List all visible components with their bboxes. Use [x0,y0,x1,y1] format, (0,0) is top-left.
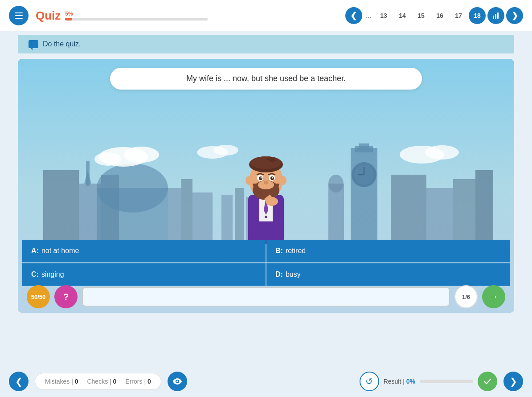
svg-point-52 [261,177,262,179]
menu-button[interactable] [9,6,29,25]
progress-bar [65,18,208,20]
nav-page-16[interactable]: 16 [431,7,448,24]
answer-c-label: C: [31,270,39,278]
svg-point-57 [246,176,253,185]
eye-icon [173,378,182,385]
svg-rect-3 [351,148,377,241]
mistakes-value: 0 [75,378,78,385]
sentence-bubble: My wife is ... now, but she used be a te… [110,68,422,90]
check-button[interactable] [478,372,497,391]
refresh-button[interactable]: ↺ [360,372,379,391]
answer-b-text: retired [286,247,306,254]
svg-line-56 [266,197,272,201]
svg-point-40 [265,216,267,218]
errors-value: 0 [147,378,151,385]
result-progress-bar [420,380,473,383]
svg-point-54 [264,181,268,184]
chat-icon [29,40,38,48]
quiz-container: My wife is ... now, but she used be a te… [18,59,514,313]
progress-area: 5% [65,11,208,20]
bottom-next-button[interactable]: ❯ [503,372,523,391]
lifeline-hint-button[interactable]: ? [54,285,78,308]
page-title: Quiz [36,9,61,23]
svg-rect-23 [475,170,493,241]
svg-rect-20 [391,175,426,241]
bottom-prev-button[interactable]: ❮ [9,372,29,391]
svg-rect-17 [192,192,213,241]
svg-rect-21 [426,188,453,241]
lifeline-5050-button[interactable]: 50/50 [27,285,50,308]
nav-page-14[interactable]: 14 [394,7,411,24]
answer-b-label: B: [275,247,283,254]
next-question-button[interactable]: → [482,285,505,308]
answer-c-text: singing [41,270,64,278]
svg-point-32 [94,152,121,166]
answer-d-label: D: [275,270,283,278]
checks-stat: Checks | 0 [87,378,116,385]
nav-area: ❮ ... 13 14 15 16 17 18 ❯ [345,7,523,24]
svg-rect-10 [43,170,79,241]
progress-percent: 5% [65,11,73,17]
checkmark-icon [483,378,491,385]
svg-point-45 [250,156,282,169]
next-arrow-icon: → [489,291,499,303]
answer-input[interactable] [82,287,450,307]
svg-rect-2 [497,12,499,19]
stats-box: Mistakes | 0 Checks | 0 Errors | 0 [35,373,161,390]
svg-rect-5 [359,143,369,148]
progress-fill [65,18,72,20]
nav-prev-button[interactable]: ❮ [345,7,362,24]
svg-point-41 [265,222,267,225]
question-counter: 1/6 [454,285,478,308]
svg-rect-1 [495,14,496,19]
svg-point-34 [425,145,459,160]
nav-page-18[interactable]: 18 [469,7,486,24]
result-value: 0% [406,378,415,385]
instruction-text: Do the quiz. [43,40,81,48]
checks-value: 0 [113,378,117,385]
nav-page-15[interactable]: 15 [413,7,430,24]
character [224,128,308,244]
chart-button[interactable] [487,7,504,24]
answer-grid: A:not at home B:retired C:singing D:busy [22,240,510,286]
svg-point-53 [272,177,274,179]
svg-rect-15 [168,188,181,241]
quiz-bottom-controls: 50/50 ? 1/6 → [22,281,510,313]
bottom-bar: ❮ Mistakes | 0 Checks | 0 Errors | 0 ↺ R… [0,366,532,397]
sentence-text: My wife is ... now, but she used be a te… [186,74,346,83]
nav-page-17[interactable]: 17 [450,7,467,24]
svg-rect-16 [181,179,192,241]
nav-page-13[interactable]: 13 [375,7,392,24]
errors-stat: Errors | 0 [125,378,151,385]
svg-rect-22 [453,179,475,241]
nav-dots: ... [364,12,373,20]
svg-point-31 [123,147,159,163]
svg-point-25 [328,175,344,192]
eye-button[interactable] [168,372,187,391]
errors-label: Errors [125,378,142,385]
hint-icon: ? [63,292,69,302]
result-area: ↺ Result | 0% [360,372,497,391]
svg-rect-0 [493,16,494,19]
svg-rect-19 [86,161,90,186]
mistakes-stat: Mistakes | 0 [45,378,78,385]
mistakes-label: Mistakes [45,378,70,385]
header: Quiz 5% ❮ ... 13 14 15 16 17 18 ❯ [0,0,532,31]
nav-next-button[interactable]: ❯ [506,7,523,24]
svg-point-58 [279,176,286,185]
answer-b[interactable]: B:retired [266,240,510,262]
checks-label: Checks [87,378,108,385]
answer-d-text: busy [286,270,301,278]
answer-a[interactable]: A:not at home [22,240,266,262]
svg-rect-14 [97,188,168,241]
instruction-bar: Do the quiz. [18,35,514,53]
result-label: Result | 0% [384,378,415,385]
answer-a-label: A: [31,247,39,254]
answer-a-text: not at home [41,247,79,254]
